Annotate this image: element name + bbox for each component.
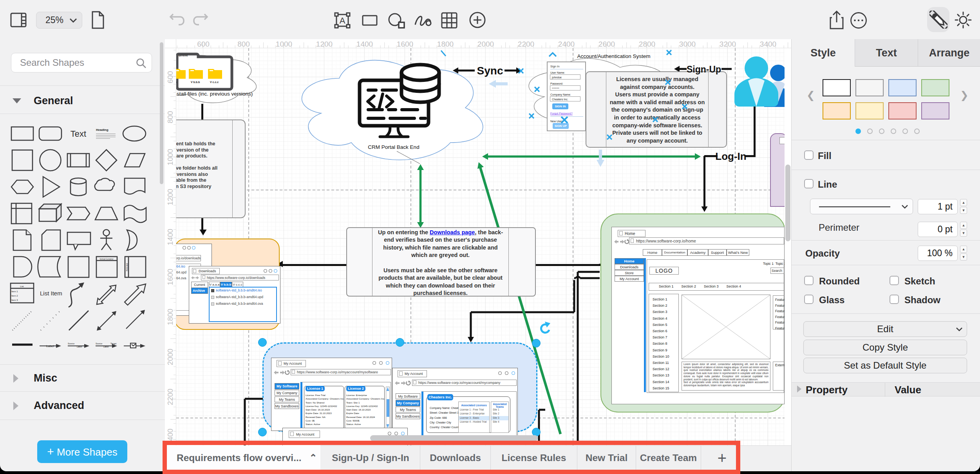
svg-text:Target: Target	[110, 342, 117, 345]
svg-text:Horizontal: Horizontal	[126, 263, 128, 271]
svg-text:Label: Label	[103, 346, 108, 348]
svg-text:Label: Label	[77, 346, 82, 348]
svg-text:Text: Text	[71, 129, 86, 139]
svg-text:List: List	[20, 285, 24, 288]
svg-text:Item 1: Item 1	[11, 290, 18, 293]
svg-text:Source: Source	[96, 342, 102, 345]
svg-text:A: A	[340, 16, 345, 25]
svg-text:Vertical Container: Vertical Container	[99, 258, 114, 260]
svg-text:Item 3: Item 3	[11, 299, 18, 301]
svg-text:Heading: Heading	[96, 128, 108, 132]
svg-text:Item 2: Item 2	[11, 295, 18, 297]
svg-text:Source: Source	[68, 342, 74, 345]
svg-text:List Item: List Item	[40, 290, 62, 297]
svg-text:Label: Label	[46, 344, 54, 348]
